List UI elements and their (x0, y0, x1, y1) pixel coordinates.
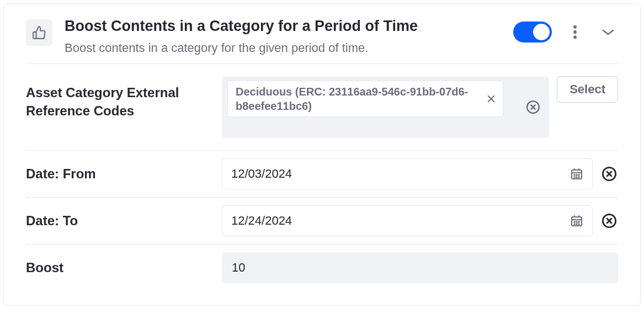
date-to-input[interactable] (231, 214, 570, 228)
svg-point-16 (576, 177, 577, 178)
date-to-input-wrap (222, 205, 593, 236)
date-to-content (222, 205, 618, 236)
svg-point-13 (576, 175, 577, 176)
header-text: Boost Contents in a Category for a Perio… (65, 17, 501, 56)
date-to-label: Date: To (26, 212, 211, 230)
svg-point-12 (574, 175, 575, 176)
collapse-button[interactable] (598, 22, 618, 42)
date-from-clear-button[interactable] (600, 165, 618, 183)
close-circle-icon (526, 100, 540, 114)
date-to-clear-button[interactable] (600, 212, 618, 230)
header-actions (513, 22, 618, 43)
date-from-label: Date: From (26, 165, 211, 183)
card-title: Boost Contents in a Category for a Perio… (65, 17, 501, 36)
chevron-down-icon (602, 28, 615, 36)
boost-content (222, 252, 618, 283)
svg-point-27 (578, 222, 579, 223)
svg-point-29 (576, 224, 577, 225)
svg-point-0 (573, 25, 577, 29)
card-header: Boost Contents in a Category for a Perio… (4, 4, 640, 63)
asset-category-row: Asset Category External Reference Codes … (26, 64, 618, 151)
select-category-button[interactable]: Select (557, 76, 618, 103)
asset-category-label: Asset Category External Reference Codes (26, 76, 211, 120)
boost-card: Boost Contents in a Category for a Perio… (3, 3, 641, 306)
more-options-button[interactable] (565, 22, 585, 42)
close-circle-icon (602, 213, 617, 229)
enable-toggle[interactable] (513, 22, 552, 43)
calendar-icon (570, 214, 583, 227)
boost-label: Boost (26, 259, 211, 277)
date-from-input-wrap (222, 158, 593, 189)
asset-category-chip: Deciduous (ERC: 23116aa9-546c-91bb-07d6-… (227, 81, 503, 117)
svg-point-2 (573, 35, 577, 39)
svg-point-28 (574, 224, 575, 225)
toggle-knob (533, 24, 550, 40)
svg-point-26 (576, 222, 577, 223)
form-rows: Asset Category External Reference Codes … (4, 64, 640, 305)
asset-category-content: Deciduous (ERC: 23116aa9-546c-91bb-07d6-… (222, 76, 618, 138)
ellipsis-vertical-icon (573, 24, 577, 40)
date-from-content (222, 158, 618, 189)
svg-point-14 (578, 175, 579, 176)
date-to-row: Date: To (26, 198, 618, 245)
thumbs-up-icon (26, 19, 52, 46)
boost-row: Boost (26, 245, 618, 291)
svg-point-17 (578, 177, 579, 178)
date-to-calendar-button[interactable] (570, 214, 583, 227)
clear-all-tags-button[interactable] (526, 100, 540, 114)
chip-remove-button[interactable] (486, 94, 496, 104)
date-from-row: Date: From (26, 151, 618, 198)
boost-input[interactable] (232, 261, 608, 275)
close-circle-icon (602, 166, 617, 182)
svg-point-30 (578, 224, 579, 225)
asset-category-tag-container: Deciduous (ERC: 23116aa9-546c-91bb-07d6-… (222, 76, 549, 138)
calendar-icon (570, 167, 583, 181)
boost-input-wrap (222, 252, 618, 283)
svg-point-1 (573, 30, 577, 34)
close-icon (486, 94, 496, 104)
date-from-calendar-button[interactable] (570, 167, 583, 181)
card-subtitle: Boost contents in a category for the giv… (65, 40, 501, 56)
date-from-input[interactable] (231, 167, 570, 181)
asset-category-chip-text: Deciduous (ERC: 23116aa9-546c-91bb-07d6-… (236, 84, 478, 113)
svg-point-15 (574, 177, 575, 178)
svg-point-25 (574, 222, 575, 223)
